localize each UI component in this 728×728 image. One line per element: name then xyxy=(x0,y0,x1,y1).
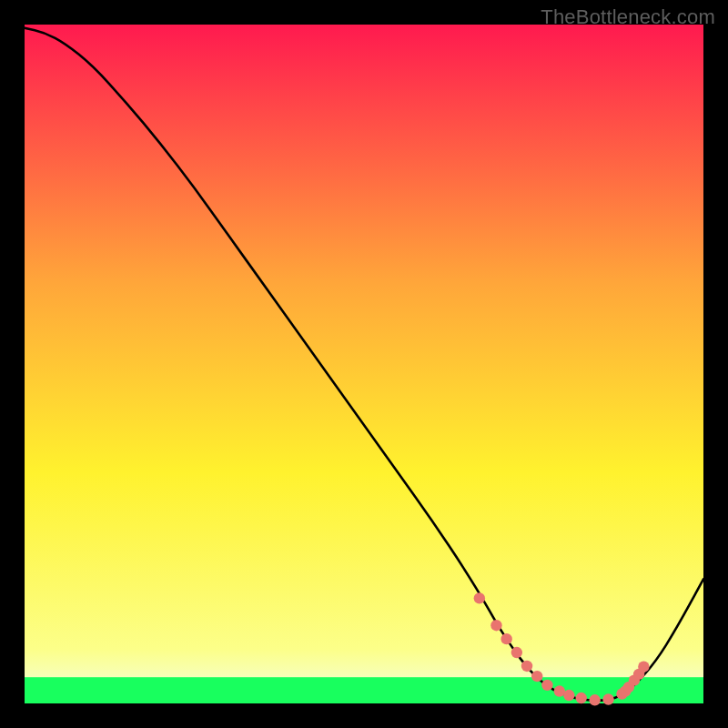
chart-svg xyxy=(0,0,728,728)
chart-canvas: TheBottleneck.com xyxy=(0,0,728,728)
curve-marker xyxy=(541,680,552,691)
curve-marker xyxy=(589,694,600,705)
curve-marker xyxy=(474,592,485,603)
plot-background xyxy=(25,25,703,703)
curve-marker xyxy=(576,693,587,703)
watermark-text: TheBottleneck.com xyxy=(541,5,715,29)
curve-marker xyxy=(511,647,522,658)
curve-marker xyxy=(521,661,532,672)
curve-marker xyxy=(490,620,501,631)
curve-marker xyxy=(563,690,574,701)
curve-marker xyxy=(531,671,542,682)
curve-marker xyxy=(500,633,511,644)
curve-marker xyxy=(638,662,649,672)
curve-marker xyxy=(602,693,613,704)
